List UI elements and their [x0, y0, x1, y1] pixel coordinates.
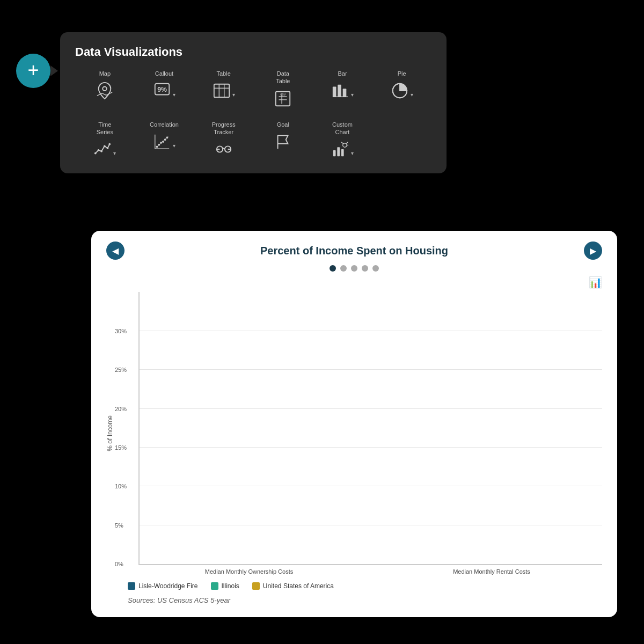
popup-area: + Data Visualizations Map Callout — [16, 32, 447, 173]
viz-item-goal[interactable]: Goal — [253, 121, 313, 159]
svg-rect-32 — [337, 147, 340, 156]
viz-grid: Map Callout 9% ▾ — [75, 70, 431, 158]
svg-point-34 — [343, 143, 347, 148]
viz-icon-custom-chart: ▾ — [331, 140, 354, 158]
svg-point-15 — [101, 150, 103, 152]
viz-icon-goal — [274, 133, 292, 151]
svg-rect-31 — [333, 150, 336, 156]
prev-button[interactable]: ◀ — [106, 241, 125, 260]
chart-plot: 30% 25% 20% 15% 10% 5% — [138, 292, 602, 565]
dot-4[interactable] — [362, 265, 368, 272]
svg-line-35 — [341, 142, 343, 144]
legend-item-lisle: Lisle-Woodridge Fire — [128, 582, 198, 590]
svg-line-27 — [156, 136, 169, 148]
y-label-0: 0% — [115, 561, 123, 567]
chart-content: 30% 25% 20% 15% 10% 5% — [117, 292, 602, 575]
chart-title: Percent of Income Spent on Housing — [125, 245, 584, 257]
svg-point-13 — [94, 152, 97, 155]
viz-item-bar[interactable]: Bar ▾ — [313, 70, 372, 108]
bars-container — [140, 292, 602, 564]
viz-label-callout: Callout — [155, 70, 173, 77]
chart-header: ◀ Percent of Income Spent on Housing ▶ — [106, 241, 602, 260]
svg-rect-2 — [214, 84, 229, 98]
dot-5[interactable] — [372, 265, 379, 272]
table-arrow: ▾ — [232, 92, 235, 98]
y-axis-label: % of Income — [106, 415, 114, 451]
viz-icon-table: ▾ — [213, 82, 235, 100]
y-label-25: 25% — [115, 367, 127, 373]
y-label-20: 20% — [115, 406, 127, 412]
legend-label-lisle: Lisle-Woodridge Fire — [138, 582, 198, 590]
svg-line-36 — [346, 142, 348, 144]
time-series-arrow: ▾ — [113, 150, 116, 156]
viz-label-progress-tracker: Progress Tracker — [212, 121, 236, 136]
svg-point-16 — [104, 145, 106, 148]
viz-label-custom-chart: Custom Chart — [332, 121, 353, 136]
viz-label-bar: Bar — [338, 70, 347, 77]
panel-title: Data Visualizations — [75, 45, 431, 59]
y-label-15: 15% — [115, 444, 127, 451]
sources-text: Sources: US Census ACS 5-year — [128, 596, 602, 604]
svg-rect-33 — [341, 149, 344, 156]
bar-arrow: ▾ — [351, 92, 354, 98]
svg-rect-10 — [343, 89, 347, 97]
y-label-30: 30% — [115, 328, 127, 334]
viz-item-pie[interactable]: Pie ▾ — [372, 70, 431, 108]
viz-item-table[interactable]: Table ▾ — [194, 70, 253, 108]
viz-item-data-table[interactable]: Data Table csv — [253, 70, 313, 108]
svg-text:csv: csv — [281, 92, 287, 96]
viz-icon-map — [96, 82, 114, 100]
viz-item-progress-tracker[interactable]: Progress Tracker — [194, 121, 253, 159]
viz-item-map[interactable]: Map — [75, 70, 135, 108]
viz-label-goal: Goal — [277, 121, 289, 128]
x-labels: Median Monthly Ownership Costs Median Mo… — [138, 568, 602, 575]
dot-2[interactable] — [340, 265, 347, 272]
svg-point-18 — [109, 143, 111, 145]
viz-label-table: Table — [217, 70, 231, 77]
viz-item-correlation[interactable]: Correlation ▾ — [135, 121, 194, 159]
svg-rect-9 — [338, 85, 341, 97]
viz-icon-data-table: csv — [274, 90, 292, 108]
viz-icon-pie: ▾ — [391, 82, 413, 100]
legend-item-illinois: Illinois — [211, 582, 239, 590]
callout-arrow: ▾ — [173, 92, 175, 98]
viz-icon-callout: 9% ▾ — [153, 82, 175, 100]
svg-point-14 — [98, 149, 100, 151]
x-label-ownership: Median Monthly Ownership Costs — [138, 568, 360, 575]
chart-area: % of Income 30% 25% 20% 15% — [106, 292, 602, 575]
chart-icon-row: 📊 — [106, 276, 602, 289]
legend-swatch-lisle — [128, 582, 135, 590]
viz-label-pie: Pie — [398, 70, 406, 77]
x-label-rental: Median Monthly Rental Costs — [381, 568, 602, 575]
chart-card: ◀ Percent of Income Spent on Housing ▶ 📊… — [91, 231, 617, 617]
legend-swatch-illinois — [211, 582, 218, 590]
viz-icon-bar: ▾ — [331, 82, 354, 100]
viz-icon-progress-tracker — [215, 140, 233, 158]
viz-icon-correlation: ▾ — [153, 133, 175, 151]
legend-label-illinois: Illinois — [222, 582, 239, 590]
correlation-arrow: ▾ — [173, 143, 175, 149]
legend-item-usa: United States of America — [252, 582, 334, 590]
add-button[interactable]: + — [16, 54, 50, 88]
pie-arrow: ▾ — [411, 92, 413, 98]
svg-rect-8 — [333, 87, 336, 97]
svg-point-17 — [107, 147, 109, 149]
legend-swatch-usa — [252, 582, 260, 590]
legend-label-usa: United States of America — [263, 582, 334, 590]
chart-settings-icon[interactable]: 📊 — [589, 276, 602, 289]
y-label-5: 5% — [115, 522, 123, 529]
custom-chart-arrow: ▾ — [351, 150, 354, 156]
viz-item-callout[interactable]: Callout 9% ▾ — [135, 70, 194, 108]
viz-label-time-series: Time Series — [97, 121, 113, 136]
dot-3[interactable] — [351, 265, 357, 272]
viz-icon-time-series: ▾ — [93, 140, 116, 158]
y-label-10: 10% — [115, 483, 127, 489]
viz-item-custom-chart[interactable]: Custom Chart ▾ — [313, 121, 372, 159]
next-button[interactable]: ▶ — [584, 241, 602, 260]
chart-dots — [106, 265, 602, 272]
add-plus-icon: + — [27, 61, 39, 80]
viz-item-time-series[interactable]: Time Series ▾ — [75, 121, 135, 159]
viz-panel: Data Visualizations Map Callout — [60, 32, 447, 173]
dot-1[interactable] — [330, 265, 336, 272]
svg-text:9%: 9% — [157, 86, 167, 93]
